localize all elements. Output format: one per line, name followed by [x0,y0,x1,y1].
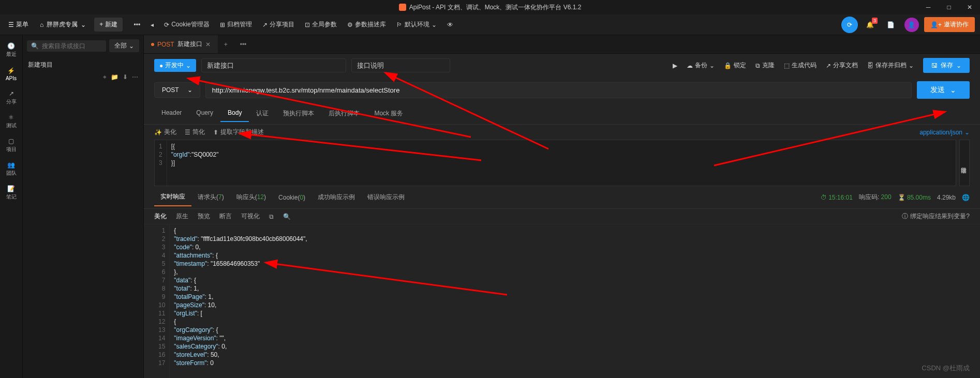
new-button[interactable]: + 新建 [94,18,122,32]
copy-icon[interactable]: ⧉ [269,213,274,220]
tab-pre-script[interactable]: 预执行脚本 [276,105,321,122]
tab-add[interactable]: + [218,41,234,48]
resp-visualize[interactable]: 可视化 [241,212,260,221]
doc-icon: 📄 [887,21,895,28]
share-project-button[interactable]: ↗ 分享项目 [257,18,300,32]
window-controls: ─ □ ✕ [918,0,980,14]
tab-header[interactable]: Header [154,105,189,122]
globe-icon[interactable]: 🌐 [962,194,970,201]
rail-apis[interactable]: ⚡ APIs [2,63,21,85]
chevron-down-icon: ⌄ [186,62,191,69]
cloud-sync-icon: ⟳ [847,21,852,28]
tab-query[interactable]: Query [189,105,220,122]
team-select[interactable]: ⌂ 胖胖虎专属 ⌄ [36,18,90,31]
archive-icon: ⊞ [220,21,225,28]
more-button[interactable]: ••• [129,19,146,31]
invite-button[interactable]: 👤+ 邀请协作 [924,17,975,32]
tab-error-example[interactable]: 错误响应示例 [361,189,411,206]
tab-cookie[interactable]: Cookie(0) [272,190,311,205]
search-box[interactable]: 🔍 [27,40,106,52]
simplify-button[interactable]: ☰简化 [185,128,205,137]
run-button[interactable]: ▶ [669,60,681,71]
more-icon[interactable]: ⋯ [132,73,138,81]
resp-raw[interactable]: 原生 [176,212,188,221]
download-icon[interactable]: ⬇ [123,73,128,81]
api-desc-input[interactable] [351,58,450,72]
env-select[interactable]: 🏳 默认环境 ⌄ [391,18,442,32]
wand-icon: ✨ [154,129,162,136]
param-desc-lib-button[interactable]: ⚙ 参数描述库 [342,18,391,32]
tab-success-example[interactable]: 成功响应示例 [311,189,361,206]
tab-req-headers[interactable]: 请求头(7) [191,189,230,206]
rail-project[interactable]: ▢ 项目 [2,134,21,156]
visibility-button[interactable]: 👁 [442,19,458,31]
bind-variable-hint[interactable]: ⓘ 绑定响应结果到变量? [902,212,970,221]
request-body-code[interactable]: [{ "orgId":"SQ0002"}] [167,140,956,186]
minimize-button[interactable]: ─ [918,0,939,14]
tab-post-script[interactable]: 后执行脚本 [321,105,367,122]
api-name-input[interactable] [201,58,346,72]
tab-realtime[interactable]: 实时响应 [154,188,191,206]
filter-select[interactable]: 全部 ⌄ [109,39,139,52]
close-button[interactable]: ✕ [959,0,980,14]
save-archive-icon: 🗄 [867,62,873,69]
save-button[interactable]: 🖫 保存 ⌄ [923,58,970,73]
share-icon: ↗ [262,21,268,28]
api-icon: ⚡ [7,67,15,74]
content-type-select[interactable]: application/json ⌄ [919,129,970,136]
global-params-button[interactable]: ⊡ 全局参数 [300,18,342,32]
tab-body[interactable]: Body [220,105,249,122]
extract-button[interactable]: ⬆提取字段和描述 [213,128,264,137]
resp-preview[interactable]: 预览 [198,212,210,221]
sync-button[interactable]: ⟳ [841,17,858,33]
docs-button[interactable]: 📄 [883,17,899,33]
gen-code-button[interactable]: ⬚生成代码 [780,59,821,72]
titlebar: ApiPost - API 文档、调试、Mock、测试一体化协作平台 V6.1.… [0,0,980,14]
response-tools: 美化 原生 预览 断言 可视化 ⧉ 🔍 ⓘ 绑定响应结果到变量? [144,209,980,224]
person-add-icon: 👤+ [930,21,942,28]
chevron-down-icon: ⌄ [964,129,970,136]
rail-recent[interactable]: 🕒 最近 [2,39,21,61]
field-desc-toggle[interactable]: 字段描述 [959,140,970,186]
tab-resp-headers[interactable]: 响应头(12) [230,189,272,206]
backup-button[interactable]: ☁备份 ⌄ [682,59,719,72]
topbar: ☰ 菜单 ⌂ 胖胖虎专属 ⌄ + 新建 ••• ◂ ⟳ Cookie管理器 ⊞ … [0,14,980,35]
clone-button[interactable]: ⧉克隆 [751,59,779,72]
back-button[interactable]: ◂ [145,19,159,31]
beautify-button[interactable]: ✨美化 [154,128,176,137]
tab-api[interactable]: POST 新建接口 ✕ [144,35,218,53]
resp-assert[interactable]: 断言 [219,212,232,221]
project-item[interactable]: 新建项目 [23,56,143,73]
close-icon[interactable]: ✕ [205,41,211,48]
maximize-button[interactable]: □ [939,0,959,14]
tab-menu[interactable]: ••• [234,41,253,48]
lock-button[interactable]: 🔒锁定 [720,59,750,72]
share-doc-button[interactable]: ↗分享文档 [822,59,862,72]
rail-team[interactable]: 👥 团队 [2,158,21,180]
status-select[interactable]: ●开发中 ⌄ [154,59,196,72]
avatar: 👤 [904,18,919,32]
url-input[interactable] [205,82,912,98]
folder-add-icon[interactable]: 📁 [111,73,118,81]
search-response-icon[interactable]: 🔍 [283,213,291,220]
rail-share[interactable]: ↗ 分享 [2,87,21,109]
rail-test[interactable]: ⚛ 测试 [2,111,21,132]
response-body-code[interactable]: { "traceId": "ffffc1ad11e30fc908bc40cb68… [170,224,970,378]
response-meta: ⏱ 15:16:01 响应码: 200 ⏳ 85.00ms 4.29kb 🌐 [821,193,970,202]
send-button[interactable]: 发送 ⌄ [917,81,970,99]
avatar-button[interactable]: 👤 [903,17,920,33]
rail-note[interactable]: 📝 笔记 [2,182,21,204]
tab-mock[interactable]: Mock 服务 [367,105,410,122]
cookie-manager[interactable]: ⟳ Cookie管理器 [159,18,214,32]
notifications-button[interactable]: 🔔 3 [862,17,879,33]
save-archive-button[interactable]: 🗄保存并归档 ⌄ [863,59,918,72]
menu-button[interactable]: ☰ 菜单 [5,18,32,31]
archive-button[interactable]: ⊞ 归档管理 [215,18,257,32]
locate-icon[interactable]: ⌖ [103,73,107,81]
resp-beautify[interactable]: 美化 [154,212,167,221]
tab-auth[interactable]: 认证 [249,105,276,122]
method-select[interactable]: POST ⌄ [154,82,200,98]
chevron-down-icon: ⌄ [709,62,715,69]
search-input[interactable] [42,42,102,50]
note-icon: 📝 [7,185,15,192]
